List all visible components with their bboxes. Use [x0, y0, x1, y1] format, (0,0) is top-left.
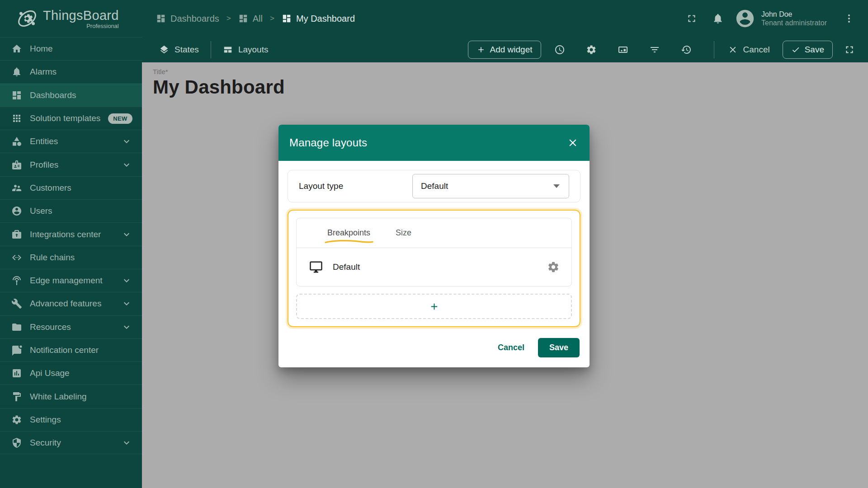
edge-icon	[11, 275, 22, 286]
dashboards-icon	[156, 14, 166, 23]
gear-icon	[11, 414, 22, 425]
more-menu-icon[interactable]	[844, 13, 854, 24]
integrations-icon	[11, 229, 22, 240]
plus-icon	[476, 45, 486, 54]
add-widget-button[interactable]: Add widget	[468, 41, 541, 59]
filter-icon	[649, 44, 660, 55]
bell-icon	[11, 66, 22, 77]
edit-save-button[interactable]: Save	[783, 41, 833, 59]
layouts-icon	[223, 45, 233, 55]
toolbar-quick-icons	[544, 41, 702, 59]
sidebar-item-notification-center[interactable]: Notification center	[0, 338, 142, 361]
dialog-close-icon[interactable]	[567, 137, 579, 149]
toolbar-divider	[211, 41, 211, 58]
user-role: Tenant administrator	[761, 19, 828, 27]
brand[interactable]: ThingsBoard Professional	[0, 0, 142, 37]
sidebar-item-users[interactable]: Users	[0, 199, 142, 222]
breakpoints-card: Breakpoints Size	[296, 218, 572, 286]
toolbar-button-aliases[interactable]	[607, 41, 639, 59]
brand-subtitle: Professional	[86, 23, 119, 29]
layers-icon	[159, 45, 169, 55]
breadcrumb-item-my-dashboard: My Dashboard	[282, 14, 355, 24]
toolbar-divider	[714, 41, 714, 58]
layout-type-select[interactable]: Default	[412, 174, 569, 198]
breadcrumb: Dashboards > All > My Dashboard	[156, 14, 355, 24]
toolbar-fullscreen-icon[interactable]	[844, 44, 855, 56]
sidebar-item-customers[interactable]: Customers	[0, 176, 142, 199]
sidebar-item-dashboards[interactable]: Dashboards	[0, 84, 142, 107]
dialog-header: Manage layouts	[278, 125, 590, 161]
notification-icon	[11, 345, 22, 356]
dashboards-icon	[282, 14, 292, 23]
history-icon	[681, 44, 692, 55]
dialog-title: Manage layouts	[289, 136, 367, 149]
breadcrumb-separator: >	[226, 14, 231, 23]
sidebar-item-home[interactable]: Home	[0, 37, 142, 60]
account-icon	[11, 206, 22, 216]
toolbar-button-filter[interactable]	[639, 41, 670, 59]
layout-type-value: Default	[421, 181, 448, 191]
sidebar: ThingsBoard Professional Home Alarms	[0, 0, 142, 488]
toolbar-button-gear[interactable]	[576, 41, 607, 59]
layout-tabs: Breakpoints Size	[297, 218, 571, 248]
sidebar-item-settings[interactable]: Settings	[0, 408, 142, 431]
layout-settings-gear-icon[interactable]	[547, 261, 560, 273]
home-icon	[11, 43, 22, 54]
tab-size[interactable]: Size	[395, 227, 412, 239]
chevron-down-icon	[121, 229, 132, 240]
tab-breakpoints[interactable]: Breakpoints	[326, 227, 371, 239]
chevron-down-icon	[121, 136, 132, 147]
sidebar-item-advanced-features[interactable]: Advanced features	[0, 292, 142, 315]
sidebar-item-edge-management[interactable]: Edge management	[0, 269, 142, 292]
rule-chain-icon	[11, 252, 22, 263]
breadcrumb-item-all: All >	[238, 14, 274, 24]
sidebar-item-resources[interactable]: Resources	[0, 315, 142, 338]
schedule-icon	[554, 44, 565, 55]
notifications-bell-icon[interactable]	[712, 13, 724, 24]
thingsboard-logo-icon	[16, 8, 38, 29]
dialog-cancel-button[interactable]: Cancel	[498, 343, 524, 352]
chevron-down-icon	[121, 322, 132, 333]
dialog-body: Layout type Default Breakpoints	[278, 161, 590, 367]
user-info[interactable]: John Doe Tenant administrator	[761, 10, 828, 27]
people-icon	[11, 183, 22, 193]
fullscreen-icon[interactable]	[686, 13, 698, 24]
toolbar-button-schedule[interactable]	[544, 41, 576, 59]
close-icon	[728, 45, 738, 55]
check-icon	[791, 45, 800, 54]
sidebar-item-white-labeling[interactable]: White Labeling	[0, 385, 142, 408]
plus-icon	[429, 301, 439, 312]
new-badge: NEW	[108, 113, 132, 124]
breadcrumb-separator: >	[270, 14, 274, 23]
sidebar-item-solution-templates[interactable]: Solution templates NEW	[0, 107, 142, 130]
sidebar-item-api-usage[interactable]: Api Usage	[0, 361, 142, 385]
layouts-button[interactable]: Layouts	[223, 45, 269, 55]
dashboards-icon	[238, 14, 248, 23]
sidebar-item-rule-chains[interactable]: Rule chains	[0, 246, 142, 269]
states-button[interactable]: States	[159, 45, 199, 55]
top-header: Dashboards > All > My Dashboard	[142, 0, 868, 37]
apps-icon	[11, 113, 22, 124]
dashboard-title[interactable]: My Dashboard	[153, 76, 868, 98]
sidebar-item-entities[interactable]: Entities	[0, 130, 142, 153]
sidebar-item-integrations-center[interactable]: Integrations center	[0, 222, 142, 245]
chevron-down-icon	[121, 160, 132, 170]
shield-icon	[11, 437, 22, 448]
user-name: John Doe	[761, 10, 828, 19]
toolbar-button-history[interactable]	[670, 41, 702, 59]
sidebar-item-profiles[interactable]: Profiles	[0, 153, 142, 176]
build-icon	[11, 298, 22, 309]
dashboards-icon	[11, 90, 22, 101]
dialog-save-button[interactable]: Save	[538, 338, 580, 357]
sidebar-item-security[interactable]: Security	[0, 431, 142, 454]
category-icon	[11, 136, 22, 147]
layout-type-label: Layout type	[299, 181, 343, 191]
add-breakpoint-button[interactable]	[296, 294, 572, 319]
avatar[interactable]	[735, 8, 755, 29]
edit-cancel-button[interactable]: Cancel	[728, 45, 770, 55]
header-actions: John Doe Tenant administrator	[686, 8, 854, 29]
app-root: ThingsBoard Professional Home Alarms	[0, 0, 868, 488]
sidebar-item-alarms[interactable]: Alarms	[0, 60, 142, 83]
chevron-down-icon	[121, 298, 132, 309]
layouts-config-panel: Breakpoints Size	[288, 210, 580, 327]
